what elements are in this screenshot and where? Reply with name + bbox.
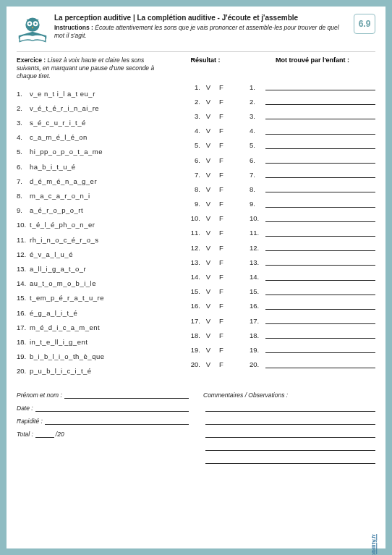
item-number: 8. bbox=[250, 185, 264, 193]
item-word: c_a_m_é_l_é_on bbox=[30, 133, 88, 141]
result-v[interactable]: V bbox=[203, 83, 213, 91]
found-item[interactable]: 14. bbox=[250, 269, 375, 284]
result-v[interactable]: V bbox=[203, 98, 213, 106]
result-v[interactable]: V bbox=[203, 258, 213, 266]
result-f[interactable]: F bbox=[216, 98, 226, 106]
item-word: m_é_d_i_c_a_m_ent bbox=[30, 323, 100, 331]
result-v[interactable]: V bbox=[203, 287, 213, 295]
exercise-item: 12.é_v_a_l_u_é bbox=[17, 247, 161, 261]
result-f[interactable]: F bbox=[216, 214, 226, 222]
item-number: 19. bbox=[250, 346, 264, 354]
found-item[interactable]: 4. bbox=[250, 124, 375, 138]
result-f[interactable]: F bbox=[216, 112, 226, 120]
result-f[interactable]: F bbox=[216, 287, 226, 295]
found-item[interactable]: 11. bbox=[250, 226, 375, 240]
found-item[interactable]: 19. bbox=[250, 342, 375, 357]
answer-line bbox=[265, 288, 375, 295]
item-number: 16. bbox=[184, 302, 200, 310]
result-f[interactable]: F bbox=[216, 156, 226, 164]
speed-field[interactable]: Rapidité : bbox=[17, 412, 189, 425]
item-number: 8. bbox=[184, 185, 200, 193]
result-f[interactable]: F bbox=[216, 273, 226, 281]
found-item[interactable]: 2. bbox=[250, 94, 375, 109]
result-v[interactable]: V bbox=[203, 171, 213, 179]
result-v[interactable]: V bbox=[203, 141, 213, 149]
exercise-item: 14.au_t_o_m_o_b_i_le bbox=[17, 276, 161, 291]
found-item[interactable]: 5. bbox=[250, 138, 375, 153]
result-v[interactable]: V bbox=[203, 331, 213, 339]
result-v[interactable]: V bbox=[203, 185, 213, 193]
result-f[interactable]: F bbox=[216, 127, 226, 135]
result-item: 14.VF bbox=[166, 269, 245, 284]
item-number: 12. bbox=[17, 250, 30, 258]
result-f[interactable]: F bbox=[216, 346, 226, 354]
result-v[interactable]: V bbox=[203, 244, 213, 252]
result-v[interactable]: V bbox=[203, 346, 213, 354]
result-v[interactable]: V bbox=[203, 214, 213, 222]
item-number: 3. bbox=[250, 112, 264, 120]
answer-line bbox=[265, 127, 375, 135]
item-number: 4. bbox=[184, 127, 200, 135]
result-item: 5.VF bbox=[166, 138, 245, 153]
result-v[interactable]: V bbox=[203, 360, 213, 368]
result-v[interactable]: V bbox=[203, 317, 213, 325]
result-f[interactable]: F bbox=[216, 141, 226, 149]
result-f[interactable]: F bbox=[216, 185, 226, 193]
found-item[interactable]: 1. bbox=[250, 80, 375, 94]
comments-line[interactable] bbox=[203, 438, 375, 451]
result-f[interactable]: F bbox=[216, 317, 226, 325]
result-f[interactable]: F bbox=[216, 200, 226, 208]
found-item[interactable]: 17. bbox=[250, 313, 375, 328]
found-item[interactable]: 9. bbox=[250, 197, 375, 211]
found-item[interactable]: 7. bbox=[250, 167, 375, 182]
item-word: t_em_p_é_r_a_t_u_re bbox=[30, 294, 104, 302]
item-number: 12. bbox=[184, 244, 200, 252]
result-v[interactable]: V bbox=[203, 302, 213, 310]
found-item[interactable]: 6. bbox=[250, 153, 375, 167]
result-f[interactable]: F bbox=[216, 244, 226, 252]
found-item[interactable]: 16. bbox=[250, 299, 375, 313]
name-label: Prénom et nom : bbox=[17, 391, 62, 399]
comments-line[interactable] bbox=[203, 451, 375, 464]
result-f[interactable]: F bbox=[216, 302, 226, 310]
found-item[interactable]: 8. bbox=[250, 182, 375, 196]
answer-line bbox=[265, 185, 375, 192]
answer-line bbox=[265, 244, 375, 251]
result-f[interactable]: F bbox=[216, 229, 226, 237]
found-item[interactable]: 18. bbox=[250, 328, 375, 342]
found-item[interactable]: 20. bbox=[250, 357, 375, 372]
found-item[interactable]: 3. bbox=[250, 109, 375, 123]
result-f[interactable]: F bbox=[216, 171, 226, 179]
found-item[interactable]: 12. bbox=[250, 240, 375, 255]
found-item[interactable]: 10. bbox=[250, 211, 375, 226]
found-item[interactable]: 15. bbox=[250, 284, 375, 299]
result-f[interactable]: F bbox=[216, 360, 226, 368]
result-v[interactable]: V bbox=[203, 156, 213, 164]
item-number: 20. bbox=[17, 367, 30, 375]
result-v[interactable]: V bbox=[203, 273, 213, 281]
result-f[interactable]: F bbox=[216, 331, 226, 339]
result-f[interactable]: F bbox=[216, 83, 226, 91]
date-field[interactable]: Date : bbox=[17, 399, 189, 412]
found-item[interactable]: 13. bbox=[250, 255, 375, 269]
copyright-link[interactable]: www.upbility.fr bbox=[370, 534, 377, 555]
name-line bbox=[64, 391, 189, 399]
lesson-badge: 6.9 bbox=[354, 14, 375, 34]
name-field[interactable]: Prénom et nom : bbox=[17, 386, 189, 399]
result-v[interactable]: V bbox=[203, 127, 213, 135]
item-number: 10. bbox=[17, 221, 30, 229]
item-number: 2. bbox=[184, 98, 200, 106]
result-v[interactable]: V bbox=[203, 229, 213, 237]
comments-line[interactable] bbox=[203, 399, 375, 412]
comments-line[interactable] bbox=[203, 412, 375, 425]
result-f[interactable]: F bbox=[216, 258, 226, 266]
result-v[interactable]: V bbox=[203, 200, 213, 208]
content-columns: Exercice : Lisez à voix haute et claire … bbox=[17, 56, 375, 378]
item-number: 18. bbox=[184, 331, 200, 339]
total-field[interactable]: Total : /20 bbox=[17, 425, 189, 438]
result-v[interactable]: V bbox=[203, 112, 213, 120]
result-item: 13.VF bbox=[166, 255, 245, 269]
item-number: 11. bbox=[17, 236, 30, 244]
exercise-list: 1.v_e n_t i_l a_t eu_r2.v_é_t_é_r_i_n_ai… bbox=[17, 86, 161, 378]
comments-line[interactable] bbox=[203, 425, 375, 438]
